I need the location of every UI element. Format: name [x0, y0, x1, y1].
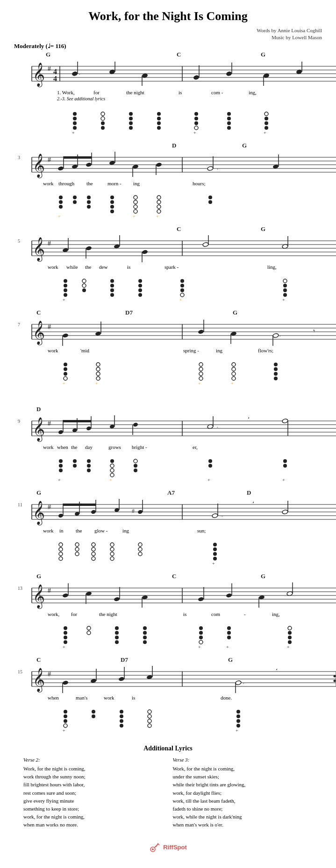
svg-text:G: G: [261, 226, 265, 231]
svg-point-50: [227, 121, 231, 125]
svg-point-356: [64, 640, 67, 644]
svg-text:13: 13: [18, 586, 22, 591]
svg-point-254: [110, 464, 114, 468]
svg-point-32: [101, 112, 105, 116]
svg-point-162: [283, 293, 287, 297]
svg-text:#: #: [48, 587, 51, 594]
lyric-1-4: is: [179, 90, 182, 95]
svg-point-111: [208, 200, 212, 204]
verse-3-title: Verse 3:: [173, 756, 313, 764]
page-title: Work, for the Night Is Coming: [14, 9, 322, 23]
svg-point-245: [59, 459, 63, 463]
lyrics-row-1: 1. Work, for the night is com - ing, 2.-…: [14, 90, 322, 99]
svg-text:#: #: [48, 420, 51, 427]
svg-point-47: [194, 126, 198, 130]
lyric-4-3: spring -: [183, 348, 199, 353]
svg-point-418: [120, 714, 123, 718]
lyric-1-6: ing,: [249, 90, 257, 95]
lyric-7-7: ing,: [272, 611, 280, 617]
svg-point-109: [157, 210, 161, 213]
svg-point-40: [157, 112, 161, 116]
additional-lyrics-title: Additional Lyrics: [23, 745, 313, 752]
svg-text:#: #: [48, 671, 51, 678]
lyric-6-3: the: [76, 528, 82, 533]
svg-point-306: [75, 552, 79, 556]
svg-point-108: [157, 205, 161, 209]
tab-row-system-6: +: [14, 541, 322, 568]
svg-point-410: [334, 679, 336, 682]
svg-point-144: [82, 279, 86, 283]
svg-point-157: [180, 288, 184, 292]
svg-point-81: [156, 162, 162, 167]
lyric-7-6: -: [244, 611, 246, 617]
svg-text:+: +: [156, 214, 159, 219]
system-8: C D7 G 15 𝄞 # .: [14, 657, 322, 735]
svg-text:+: +: [133, 214, 136, 219]
svg-point-305: [75, 547, 79, 551]
svg-text:.: .: [217, 423, 218, 428]
svg-point-11: [71, 71, 78, 77]
svg-point-151: [138, 279, 142, 283]
lyric-2-2: through: [58, 181, 74, 186]
lyric-7-1: work,: [48, 611, 59, 617]
svg-point-313: [110, 552, 114, 556]
lyric-3-4: dew: [99, 264, 107, 270]
svg-point-194: [64, 372, 67, 376]
lyric-2-1: work: [43, 181, 54, 186]
svg-point-354: [64, 631, 67, 635]
svg-text:D7: D7: [121, 657, 128, 662]
svg-point-372: [227, 631, 231, 635]
svg-point-421: [148, 710, 151, 714]
svg-point-362: [115, 640, 119, 644]
svg-point-153: [138, 288, 142, 292]
svg-point-187: [272, 333, 279, 338]
svg-text:𝄞: 𝄞: [33, 501, 45, 525]
svg-point-367: [199, 626, 203, 630]
svg-text:𝄞: 𝄞: [33, 584, 45, 609]
svg-point-335: [62, 593, 69, 598]
svg-point-293: [212, 513, 218, 518]
svg-point-257: [134, 459, 137, 463]
lyric-6-6: sun;: [197, 528, 206, 533]
svg-point-424: [148, 724, 151, 728]
svg-point-422: [148, 714, 151, 718]
system-1: Moderately (♩= 116) G C G 𝄞 # 4 4: [14, 42, 322, 138]
staff-system-2: 3 𝄞 #: [14, 148, 336, 181]
svg-point-36: [129, 112, 133, 116]
svg-text:D: D: [247, 490, 251, 495]
svg-point-128: [86, 245, 92, 251]
lyric-7-3: the night: [99, 611, 117, 617]
svg-point-247: [59, 469, 63, 472]
system-5: D 9 𝄞 #: [14, 406, 322, 485]
svg-text:+: +: [198, 381, 201, 386]
svg-text:11: 11: [18, 502, 22, 507]
svg-point-303: [59, 557, 63, 560]
svg-point-202: [199, 372, 203, 376]
verse-3-text: Work, for the night is coming, under the…: [173, 765, 313, 828]
tab-dots-8: + +: [32, 708, 336, 734]
svg-point-259: [134, 469, 137, 472]
svg-point-101: [110, 210, 114, 213]
svg-text:#: #: [48, 156, 51, 163]
svg-text:+: +: [72, 130, 75, 135]
svg-point-49: [227, 117, 231, 120]
svg-point-149: [110, 288, 114, 292]
svg-text:G: G: [242, 142, 247, 148]
lyric-5-7: er,: [193, 444, 198, 450]
svg-point-145: [82, 284, 86, 287]
svg-text:.: .: [217, 165, 218, 170]
svg-point-37: [129, 117, 133, 120]
lyrics-columns: Verse 2: Work, for the night is coming, …: [23, 756, 313, 829]
svg-point-210: [274, 372, 278, 376]
svg-point-31: [73, 126, 77, 130]
lyric-6-4: glow -: [94, 528, 107, 533]
svg-point-262: [283, 459, 287, 463]
lyrics-row-4: work 'mid spring - ing flow'rs;: [14, 348, 322, 357]
svg-point-107: [157, 200, 161, 204]
svg-text:+: +: [58, 214, 61, 219]
svg-text:A7: A7: [167, 490, 175, 495]
svg-point-344: [198, 596, 204, 602]
svg-text:#: #: [48, 240, 51, 247]
svg-point-360: [115, 631, 119, 635]
svg-text:#: #: [48, 504, 51, 511]
